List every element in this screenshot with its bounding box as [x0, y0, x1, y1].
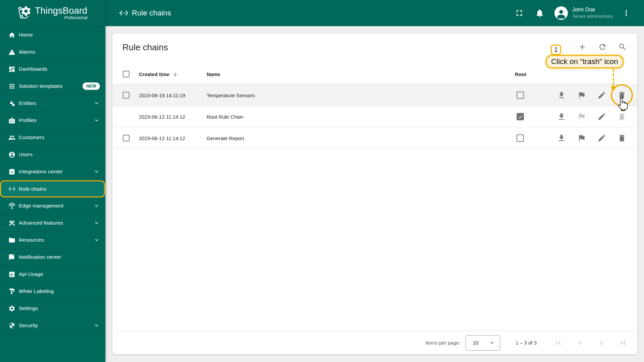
previous-page-button[interactable] [576, 339, 584, 347]
bar-chart-icon [8, 270, 16, 278]
row-actions [557, 127, 626, 149]
dropdown-arrow-icon [488, 339, 496, 347]
column-header-root: Root [515, 64, 526, 84]
chevron-down-icon [93, 100, 100, 107]
notifications-bell-button[interactable] [535, 8, 544, 18]
column-header-created-time[interactable]: Created time [139, 64, 178, 84]
items-per-page-select[interactable]: 10 [466, 335, 500, 351]
sidebar-item-users[interactable]: Users [0, 146, 105, 163]
more-options-kebab-button[interactable] [622, 9, 631, 17]
edit-rule-chain-button[interactable] [597, 112, 606, 121]
entities-shapes-icon [8, 99, 16, 107]
row-checkbox[interactable] [123, 84, 129, 106]
set-root-flag-button[interactable] [577, 91, 586, 100]
sidebar-item-api-usage[interactable]: Api Usage [0, 266, 105, 283]
sidebar-menu: Home Alarms Dashboards Solution template… [0, 26, 105, 334]
sidebar-item-security[interactable]: Security [0, 317, 105, 334]
chevron-down-icon [93, 168, 100, 175]
export-rule-chain-button[interactable] [557, 112, 566, 121]
name-cell: Generate Report [207, 127, 244, 149]
page-title: Rule chains [132, 9, 171, 17]
delete-rule-chain-button-disabled [618, 112, 626, 121]
sidebar-item-entities[interactable]: Entities [0, 95, 105, 112]
table-row[interactable]: 2023-06-12 11:14:12 Generate Report [112, 127, 637, 149]
table-row[interactable]: 2023-06-19 14:11:19 Temperature Sensors [112, 84, 637, 106]
name-cell: Temperature Sensors [207, 84, 255, 106]
sidebar-item-resources[interactable]: Resources [0, 232, 105, 249]
table-paginator: Items per page: 10 1 – 3 of 3 [112, 331, 637, 354]
row-checkbox-hidden [123, 106, 129, 127]
edit-rule-chain-button[interactable] [597, 91, 606, 100]
root-checkbox[interactable] [517, 106, 524, 127]
sidebar-item-white-labeling[interactable]: White Labeling [0, 283, 105, 300]
column-header-name[interactable]: Name [207, 64, 220, 84]
people-icon [8, 133, 16, 141]
user-avatar[interactable] [554, 6, 568, 20]
dashboard-icon [8, 65, 16, 73]
shield-icon [8, 321, 16, 329]
chevron-down-icon [93, 237, 100, 243]
tools-icon [8, 219, 16, 227]
thingsboard-logo-icon [17, 5, 32, 21]
add-rule-chain-button[interactable] [578, 43, 587, 51]
sidebar-item-profiles[interactable]: Profiles [0, 112, 105, 129]
sidebar-item-home[interactable]: Home [0, 26, 105, 44]
apps-grid-icon [8, 82, 16, 90]
gear-icon [8, 304, 16, 312]
sidebar-item-dashboards[interactable]: Dashboards [0, 61, 105, 78]
home-icon [8, 31, 16, 39]
created-time-cell: 2023-06-12 11:14:12 [139, 106, 185, 127]
sidebar-item-settings[interactable]: Settings [0, 300, 105, 317]
pager-buttons [554, 339, 627, 347]
app-name: ThingsBoard [35, 6, 87, 15]
refresh-button[interactable] [598, 43, 607, 51]
annotation-step-number: 1 [551, 45, 561, 55]
export-rule-chain-button[interactable] [557, 91, 566, 100]
sidebar-item-alarms[interactable]: Alarms [0, 44, 105, 61]
export-rule-chain-button[interactable] [557, 134, 566, 142]
page-range-label: 1 – 3 of 3 [516, 340, 537, 346]
annotation-connector-line [613, 69, 614, 85]
user-role: Tenant administrator [572, 13, 613, 20]
app-title: ThingsBoard Professional [35, 6, 87, 20]
rule-chains-card: Rule chains Created time Name Root 2023- [112, 34, 637, 354]
sidebar-item-integrations-center[interactable]: Integrations center [0, 163, 105, 180]
next-page-button[interactable] [597, 339, 606, 347]
set-root-flag-button-disabled [577, 112, 586, 121]
items-per-page-label: Items per page: [425, 340, 460, 346]
paint-roller-icon [8, 287, 16, 295]
root-checkbox[interactable] [517, 84, 524, 106]
app-logo[interactable]: ThingsBoard Professional [0, 0, 105, 26]
chevron-down-icon [93, 202, 100, 209]
user-name: John Doe [572, 6, 613, 13]
table-row[interactable]: 2023-06-12 11:14:12 Root Rule Chain [112, 106, 637, 127]
sidebar-item-rule-chains[interactable]: Rule chains [0, 180, 105, 197]
pointer-cursor-icon [617, 98, 629, 112]
sidebar-item-customers[interactable]: Customers [0, 129, 105, 146]
created-time-cell: 2023-06-19 14:11:19 [139, 84, 185, 106]
sidebar-item-edge-management[interactable]: Edge management [0, 197, 105, 215]
sort-descending-icon [172, 71, 178, 77]
created-time-cell: 2023-06-12 11:14:12 [139, 127, 185, 149]
integration-icon [8, 168, 16, 176]
sidebar-item-advanced-features[interactable]: Advanced features [0, 215, 105, 232]
folder-icon [8, 236, 16, 244]
annotation-callout: Click on "trash" icon [546, 55, 624, 68]
first-page-button[interactable] [554, 339, 563, 347]
antenna-icon [8, 202, 16, 210]
row-checkbox[interactable] [123, 127, 129, 149]
sidebar-item-solution-templates[interactable]: Solution templates NEW [0, 78, 105, 95]
row-actions [557, 106, 626, 127]
delete-rule-chain-button[interactable] [618, 134, 626, 142]
table-toolbar [578, 43, 627, 51]
user-menu[interactable]: John Doe Tenant administrator [572, 6, 613, 20]
set-root-flag-button[interactable] [577, 134, 586, 142]
search-icon[interactable] [618, 43, 627, 51]
fullscreen-button[interactable] [515, 8, 524, 18]
edit-rule-chain-button[interactable] [597, 134, 606, 142]
last-page-button[interactable] [619, 339, 627, 347]
root-checkbox[interactable] [517, 127, 524, 149]
sidebar-item-notification-center[interactable]: Notification center [0, 249, 105, 266]
select-all-checkbox[interactable] [123, 64, 129, 84]
top-bar-actions: John Doe Tenant administrator [515, 6, 644, 20]
